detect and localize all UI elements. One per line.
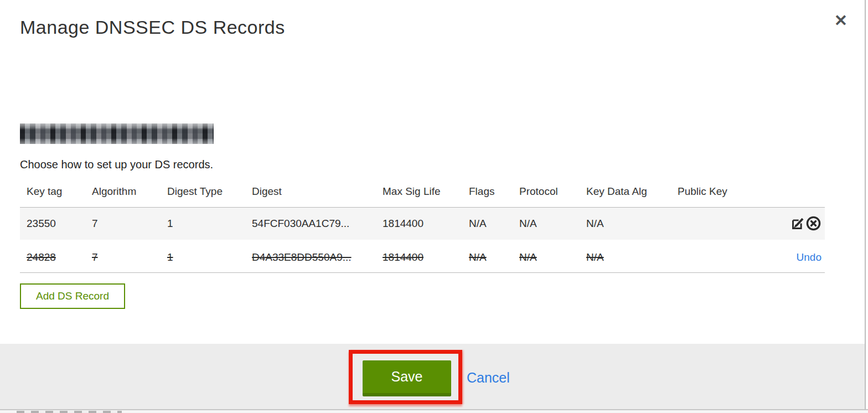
close-icon[interactable]: ✕ — [831, 11, 850, 30]
page-behind-modal — [0, 410, 868, 413]
column-header-actions — [779, 183, 825, 208]
cell-flags: N/A — [469, 251, 487, 263]
cell-max-sig-life: 1814400 — [383, 218, 423, 229]
table-row-deleted: 24828 7 1 D4A33E8DD550A9... 1814400 N/A … — [20, 241, 825, 273]
column-header-digest: Digest — [245, 183, 376, 208]
cell-flags: N/A — [469, 218, 487, 229]
table-header-row: Key tag Algorithm Digest Type Digest Max… — [20, 183, 825, 208]
cell-key-data-alg: N/A — [586, 218, 604, 229]
cell-key-data-alg: N/A — [586, 251, 604, 263]
column-header-public-key: Public Key — [671, 183, 779, 208]
cell-algorithm: 7 — [92, 251, 98, 263]
redacted-domain-name — [20, 123, 214, 144]
cell-digest-type: 1 — [167, 218, 173, 229]
ds-records-table: Key tag Algorithm Digest Type Digest Max… — [20, 183, 825, 273]
circle-x-delete-icon[interactable] — [805, 215, 822, 231]
cell-digest-type: 1 — [167, 251, 173, 263]
column-header-max-sig-life: Max Sig Life — [376, 183, 462, 208]
cell-algorithm: 7 — [92, 218, 98, 229]
window-right-edge — [865, 0, 866, 413]
table-row: 23550 7 1 54FCF030AA1C79... 1814400 N/A … — [20, 208, 825, 241]
cutoff-background-content — [17, 411, 122, 413]
cell-protocol: N/A — [519, 251, 537, 263]
column-header-digest-type: Digest Type — [161, 183, 245, 208]
column-header-key-tag: Key tag — [20, 183, 85, 208]
cell-key-tag: 23550 — [27, 218, 56, 229]
cell-key-tag: 24828 — [27, 251, 56, 263]
instruction-text: Choose how to set up your DS records. — [20, 158, 213, 171]
column-header-key-data-alg: Key Data Alg — [580, 183, 671, 208]
column-header-algorithm: Algorithm — [85, 183, 161, 208]
cell-max-sig-life: 1814400 — [383, 251, 423, 263]
undo-link[interactable]: Undo — [797, 251, 822, 263]
page-title: Manage DNSSEC DS Records — [20, 17, 285, 38]
cancel-link[interactable]: Cancel — [467, 370, 510, 386]
column-header-flags: Flags — [462, 183, 513, 208]
cell-protocol: N/A — [519, 218, 537, 229]
cell-digest: 54FCF030AA1C79... — [252, 218, 349, 229]
column-header-protocol: Protocol — [513, 183, 580, 208]
add-ds-record-button[interactable]: Add DS Record — [20, 283, 125, 309]
save-button[interactable]: Save — [363, 360, 451, 396]
cell-digest: D4A33E8DD550A9... — [252, 251, 352, 263]
edit-icon[interactable] — [790, 216, 805, 231]
